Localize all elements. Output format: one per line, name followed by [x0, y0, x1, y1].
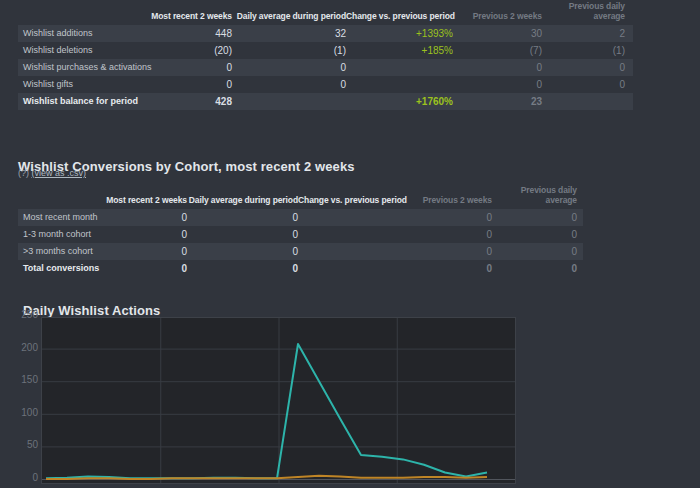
- cell-most-recent: 0: [136, 76, 232, 93]
- row-most-recent-month: Most recent month 0 0 0 0: [18, 209, 583, 226]
- cohort-header-row: Most recent 2 weeks Daily average during…: [18, 184, 583, 209]
- row-label: Wishlist gifts: [18, 76, 136, 93]
- cell-change: +1760%: [346, 93, 453, 110]
- cell-previous-daily-average: 0: [492, 260, 577, 277]
- cell-daily-average: 0: [187, 243, 298, 260]
- row-wishlist-deletions: Wishlist deletions (20) (1) +185% (7) (1…: [18, 42, 633, 59]
- steam-wishlist-dashboard: { "table1": { "headers": ["", "Most rece…: [0, 0, 700, 488]
- summary-header-row: Most recent 2 weeks Daily average during…: [18, 0, 633, 25]
- row-label: Most recent month: [18, 209, 103, 226]
- cell-most-recent: 0: [136, 59, 232, 76]
- cell-previous-2-weeks: 30: [453, 25, 542, 42]
- cell-previous-2-weeks: 0: [453, 59, 542, 76]
- cell-previous-2-weeks: 0: [453, 76, 542, 93]
- cell-previous-daily-average: (1): [542, 42, 625, 59]
- col-header-previous-2-weeks: Previous 2 weeks: [403, 196, 492, 206]
- cell-daily-average: 32: [232, 25, 346, 42]
- row-total-conversions: Total conversions 0 0 0 0: [18, 260, 583, 277]
- cell-previous-daily-average: 0: [492, 209, 577, 226]
- row-label: 1-3 month cohort: [18, 226, 103, 243]
- cell-daily-average: 0: [232, 76, 346, 93]
- row-label: Wishlist deletions: [18, 42, 136, 59]
- cell-previous-daily-average: 0: [542, 59, 625, 76]
- col-header-previous-daily-average: Previous daily average: [492, 186, 577, 206]
- y-tick-label: 200: [20, 342, 38, 353]
- y-tick-label: 100: [20, 407, 38, 418]
- view-as-csv-link[interactable]: (view as .csv): [32, 168, 87, 178]
- y-tick-label: 50: [20, 439, 38, 450]
- col-header-most-recent: Most recent 2 weeks: [136, 12, 232, 22]
- col-header-most-recent: Most recent 2 weeks: [103, 196, 187, 206]
- cell-most-recent: 0: [103, 209, 187, 226]
- chart-plot-area: [41, 317, 516, 484]
- col-header-previous-2-weeks: Previous 2 weeks: [453, 12, 542, 22]
- row-label: Total conversions: [18, 260, 103, 277]
- cell-previous-daily-average: 0: [492, 243, 577, 260]
- cell-most-recent: 0: [103, 226, 187, 243]
- cell-previous-2-weeks: (7): [453, 42, 542, 59]
- row-label: Wishlist additions: [18, 25, 136, 42]
- cell-daily-average: 0: [187, 226, 298, 243]
- cell-daily-average: 0: [232, 59, 346, 76]
- chart-y-axis: 250200150100500: [20, 310, 38, 482]
- cell-daily-average: 0: [187, 260, 298, 277]
- row-wishlist-balance: Wishlist balance for period 428 +1760% 2…: [18, 93, 633, 110]
- row-label: >3 months cohort: [18, 243, 103, 260]
- cell-previous-2-weeks: 23: [453, 93, 542, 110]
- wishlist-actions-plot-svg: [42, 318, 515, 483]
- col-header-daily-average: Daily average during period: [187, 196, 298, 206]
- row-label: Wishlist purchases & activations: [18, 59, 136, 76]
- cell-daily-average: (1): [232, 42, 346, 59]
- help-icon[interactable]: (?): [18, 168, 29, 178]
- y-tick-label: 0: [20, 472, 38, 483]
- col-header-change: Change vs. previous period: [346, 12, 453, 22]
- row-1-3-month-cohort: 1-3 month cohort 0 0 0 0: [18, 226, 583, 243]
- wishlist-summary-table: Most recent 2 weeks Daily average during…: [18, 0, 633, 110]
- y-tick-label: 250: [20, 309, 38, 320]
- cell-daily-average: 0: [187, 209, 298, 226]
- row-over-3-months-cohort: >3 months cohort 0 0 0 0: [18, 243, 583, 260]
- cell-most-recent: 0: [103, 243, 187, 260]
- col-header-daily-average: Daily average during period: [232, 12, 346, 22]
- cell-most-recent: 0: [103, 260, 187, 277]
- cell-previous-2-weeks: 0: [403, 260, 492, 277]
- row-wishlist-gifts: Wishlist gifts 0 0 0 0: [18, 76, 633, 93]
- col-header-change: Change vs. previous period: [298, 196, 403, 206]
- cell-previous-daily-average: 0: [492, 226, 577, 243]
- cohort-conversions-table: Most recent 2 weeks Daily average during…: [18, 184, 583, 277]
- cell-previous-2-weeks: 0: [403, 226, 492, 243]
- cell-most-recent: 428: [136, 93, 232, 110]
- cell-most-recent: (20): [136, 42, 232, 59]
- cell-previous-daily-average: 2: [542, 25, 625, 42]
- cell-previous-daily-average: 0: [542, 76, 625, 93]
- cell-change: +1393%: [346, 25, 453, 42]
- cell-most-recent: 448: [136, 25, 232, 42]
- cell-previous-2-weeks: 0: [403, 209, 492, 226]
- row-wishlist-additions: Wishlist additions 448 32 +1393% 30 2: [18, 25, 633, 42]
- y-tick-label: 150: [20, 374, 38, 385]
- cell-previous-2-weeks: 0: [403, 243, 492, 260]
- cell-change: +185%: [346, 42, 453, 59]
- row-wishlist-purchases: Wishlist purchases & activations 0 0 0 0: [18, 59, 633, 76]
- cohort-help-line: (?) (view as .csv): [18, 168, 86, 178]
- series-additions-line: [46, 344, 487, 478]
- row-label: Wishlist balance for period: [18, 93, 136, 110]
- daily-wishlist-actions-chart: 250200150100500: [20, 310, 514, 488]
- col-header-previous-daily-average: Previous daily average: [542, 2, 625, 22]
